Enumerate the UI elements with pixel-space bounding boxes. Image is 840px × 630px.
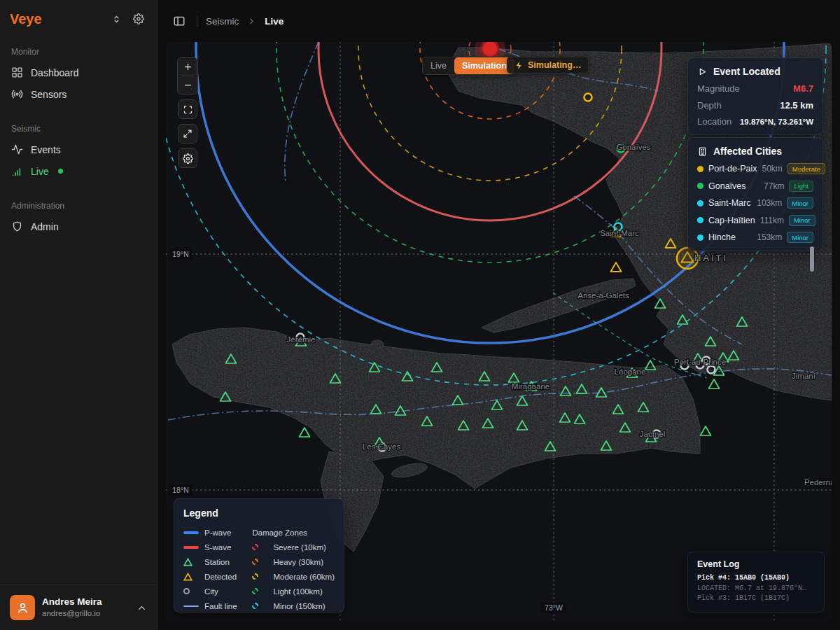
app-logo: Veye <box>10 11 103 27</box>
sidebar-toggle-button[interactable] <box>170 12 188 30</box>
lon-label: 73°W <box>545 603 563 612</box>
grid-icon <box>11 66 23 78</box>
map-settings-button[interactable] <box>178 148 197 168</box>
place-label: Gonaïves <box>616 143 650 151</box>
legend-item: Station <box>183 554 252 569</box>
gear-icon <box>133 13 144 24</box>
sidebar-item-events[interactable]: Events <box>7 139 150 160</box>
zoom-out-button[interactable] <box>178 76 197 94</box>
place-label: Jérémie <box>287 335 316 344</box>
chevron-right-icon <box>247 17 256 26</box>
city-row: Hinche153kmMinor <box>697 232 813 243</box>
user-menu[interactable]: Andres Meira andres@grillo.io <box>0 584 157 630</box>
cities-panel-title: Affected Cities <box>713 146 782 157</box>
map[interactable]: GonaïvesSaint-MarcHAÏTIAnse-à-GaletsJéré… <box>166 42 832 622</box>
map-scrollbar[interactable] <box>810 246 814 272</box>
severity-badge: Minor <box>789 215 816 226</box>
sidebar-header: Veye <box>0 0 157 38</box>
mode-live-button[interactable]: Live <box>423 57 454 74</box>
user-email: andres@grillo.io <box>42 608 130 618</box>
event-row-value: 12.5 km <box>780 100 813 111</box>
building-icon <box>697 146 708 157</box>
event-row: Location19.876°N, 73.261°W <box>697 116 813 127</box>
panel-left-icon <box>173 15 186 27</box>
place-label: HAÏTI <box>694 253 728 263</box>
legend-swatch-station <box>183 558 199 566</box>
sidebar-item-label: Events <box>31 144 61 155</box>
mode-simulation-button[interactable]: Simulation <box>454 57 514 74</box>
sidebar-item-sensors[interactable]: Sensors <box>7 83 150 105</box>
sidebar-item-label: Admin <box>31 221 59 232</box>
avatar <box>10 595 35 620</box>
city-dot <box>697 183 704 189</box>
place-label: Pedernales <box>804 478 832 486</box>
chevron-up-icon <box>136 603 147 613</box>
zone-label: Severe (10km) <box>273 543 326 552</box>
city-row: Cap-Haïtien111kmMinor <box>697 215 813 226</box>
legend-title: Legend <box>183 507 335 519</box>
legend-item: P-wave <box>183 525 252 540</box>
topbar-divider <box>197 15 197 27</box>
legend-swatch-p-wave <box>183 531 199 534</box>
log-line: Pick #3: 1B17C (1B17C) <box>697 594 815 602</box>
damage-zone-item: Severe (10km) <box>252 540 335 554</box>
section-label: Seismic <box>7 116 150 139</box>
severity-badge: Minor <box>787 197 813 209</box>
city-name: Hinche <box>708 232 752 242</box>
sidebar-item-admin[interactable]: Admin <box>7 216 150 237</box>
severity-badge: Minor <box>787 232 813 243</box>
workspace-switcher-button[interactable] <box>108 11 125 27</box>
legend-label: S-wave <box>204 543 231 552</box>
event-log-panel: Event Log Pick #4: 15AB0 (15AB0)LOCATED:… <box>687 552 825 612</box>
log-line: LOCATED: M6.7 at 19.876°N… <box>697 584 815 592</box>
city-marker[interactable] <box>708 366 715 374</box>
bars-icon <box>11 165 23 177</box>
expand-button[interactable] <box>178 124 197 144</box>
city-distance: 50km <box>762 164 782 174</box>
place-label: Miragoâne <box>512 382 550 391</box>
city-distance: 77km <box>764 181 784 191</box>
section-label: Administration <box>7 193 150 216</box>
breadcrumb-parent[interactable]: Seismic <box>206 16 239 27</box>
city-row: Saint-Marc103kmMinor <box>697 197 813 209</box>
legend-item: Fault line <box>183 598 252 613</box>
plus-icon <box>183 62 193 72</box>
affected-cities-panel: Affected Cities Port-de-Paix50kmModerate… <box>687 137 823 251</box>
user-name: Andres Meira <box>42 596 130 608</box>
minus-icon <box>183 80 193 90</box>
zoom-control <box>177 57 198 94</box>
event-row-value: M6.7 <box>793 83 813 94</box>
sidebar-item-dashboard[interactable]: Dashboard <box>7 62 150 83</box>
city-distance: 103km <box>757 198 782 208</box>
fullscreen-button[interactable] <box>178 99 197 119</box>
topbar: Seismic Live <box>158 0 840 42</box>
shield-icon <box>11 220 23 232</box>
city-marker[interactable] <box>584 94 592 102</box>
place-label: Anse-à-Galets <box>578 291 629 300</box>
radio-icon <box>11 88 23 100</box>
zone-icon <box>252 603 258 609</box>
place-label: Jimaní <box>792 372 816 380</box>
event-row: Depth12.5 km <box>697 100 813 111</box>
zone-label: Light (100km) <box>273 587 322 596</box>
epicenter-marker[interactable] <box>482 42 498 57</box>
legend-swatch-fault-line <box>183 606 199 607</box>
place-label: Saint-Marc <box>600 229 639 237</box>
breadcrumb-current: Live <box>265 16 284 27</box>
simulating-button[interactable]: Simulating… <box>507 57 589 74</box>
sidebar-item-live[interactable]: Live <box>7 160 150 182</box>
zone-icon <box>252 588 258 594</box>
city-distance: 153km <box>757 232 782 242</box>
log-line: Pick #4: 15AB0 (15AB0) <box>697 574 815 582</box>
sidebar-settings-button[interactable] <box>130 10 147 27</box>
zoom-in-button[interactable] <box>178 58 197 76</box>
event-row-label: Location <box>697 116 740 127</box>
damage-zones-header: Damage Zones <box>252 525 335 540</box>
city-row: Gonaïves77kmLight <box>697 181 813 192</box>
legend-label: P-wave <box>204 528 231 537</box>
event-panel-title: Event Located <box>713 66 780 77</box>
lat-label: 18°N <box>172 486 188 494</box>
legend-label: Fault line <box>204 602 237 610</box>
event-row-label: Depth <box>697 100 780 111</box>
play-icon <box>697 66 708 77</box>
